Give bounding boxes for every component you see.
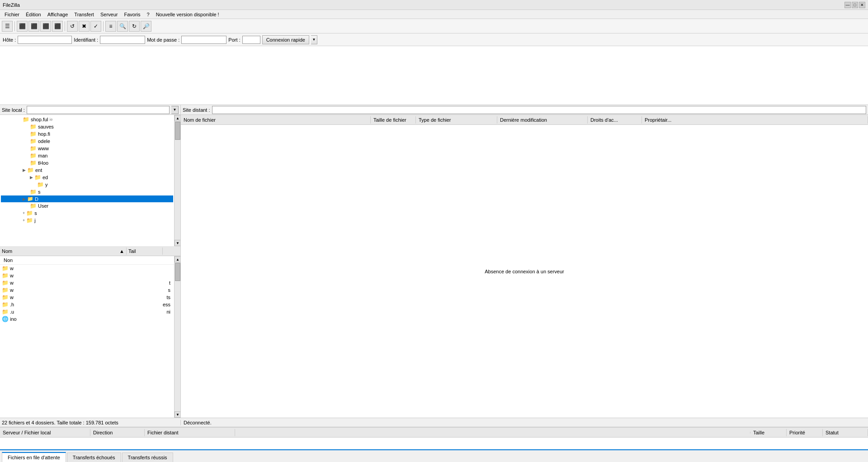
list-item[interactable]: 📁 w (0, 272, 174, 279)
tree-item[interactable]: + 📁 j (1, 217, 173, 224)
menu-fichier[interactable]: Fichier (2, 11, 22, 18)
toolbar-btn-9[interactable]: ≡ (105, 21, 116, 32)
tree-item[interactable]: ▶ 📁 ent (1, 167, 173, 174)
folder-icon: 📁 (30, 145, 37, 152)
remote-name-col-header[interactable]: Nom de fichier (181, 116, 371, 124)
list-item[interactable]: 📁 w ts (0, 294, 174, 301)
list-item[interactable]: 📁 .h ess (0, 301, 174, 308)
tree-item[interactable]: ▶ 📁 ed (1, 174, 173, 181)
expand-icon[interactable]: ▶ (23, 197, 26, 201)
remote-modified-col-header[interactable]: Dernière modification (497, 116, 588, 124)
list-item[interactable]: 📁 w t (0, 279, 174, 286)
scroll-down[interactable]: ▼ (175, 411, 180, 418)
remote-type-col-header[interactable]: Type de fichier (416, 116, 497, 124)
toolbar-btn-7[interactable]: ✖ (79, 21, 90, 32)
pass-label: Mot de passe : (147, 37, 179, 43)
menu-serveur[interactable]: Serveur (98, 11, 121, 18)
files-header: Nom ▲ Tail (0, 246, 180, 256)
menu-edition[interactable]: Édition (23, 11, 44, 18)
scroll-thumb[interactable] (175, 122, 180, 140)
toolbar-btn-12[interactable]: 🔎 (141, 21, 151, 32)
remote-rights-col-header[interactable]: Droits d'ac... (588, 116, 642, 124)
remote-files-header: Nom de fichier Taille de fichier Type de… (181, 115, 868, 125)
host-label: Hôte : (3, 37, 16, 43)
list-item[interactable]: 📁 w s (0, 286, 174, 294)
name-column-header[interactable]: Nom ▲ (0, 248, 127, 255)
scroll-track[interactable] (175, 262, 180, 411)
tree-item[interactable]: 📁 www (1, 145, 173, 152)
tree-item[interactable]: ▶ 📁 D (1, 195, 173, 202)
password-input[interactable] (181, 36, 226, 44)
local-site-input[interactable] (27, 106, 170, 114)
expand-icon[interactable]: + (23, 218, 25, 223)
list-item[interactable]: 🌐 ino (0, 315, 174, 323)
expand-icon[interactable]: + (23, 211, 25, 215)
scroll-thumb[interactable] (175, 263, 180, 281)
remote-site-input[interactable] (212, 106, 866, 114)
tree-item[interactable]: 📁 y (1, 181, 173, 188)
toolbar-btn-4[interactable]: ⬛ (40, 21, 51, 32)
file-icon: 🌐 (2, 316, 9, 322)
scroll-down[interactable]: ▼ (175, 240, 180, 246)
tree-vscroll[interactable]: ▲ ▼ (174, 115, 180, 246)
menu-help[interactable]: ? (144, 11, 152, 18)
tree-item[interactable]: 📁 odele (1, 138, 173, 145)
local-site-bar: Site local : ▼ (0, 105, 180, 115)
expand-icon[interactable]: ▶ (30, 175, 33, 180)
app-title: FileZilla (3, 2, 20, 8)
queue-server-col: Serveur / Fichier local (0, 429, 90, 436)
tree-item[interactable]: 📁 man (1, 152, 173, 159)
tab-queue[interactable]: Fichiers en file d'attente (2, 452, 66, 462)
queue-spacer (235, 432, 750, 433)
host-input[interactable] (18, 36, 72, 44)
minimize-button[interactable]: — (844, 2, 851, 8)
tree-item[interactable]: 📁 s (1, 188, 173, 195)
toolbar-sep-3 (103, 21, 104, 31)
remote-size-col-header[interactable]: Taille de fichier (371, 116, 416, 124)
list-item[interactable]: 📁 w (0, 265, 174, 272)
tab-failed[interactable]: Transferts échoués (67, 452, 121, 462)
toolbar-btn-6[interactable]: ↺ (67, 21, 78, 32)
toolbar-btn-10[interactable]: 🔍 (117, 21, 128, 32)
tree-item[interactable]: 📁 tHoo (1, 159, 173, 167)
queue-header: Serveur / Fichier local Direction Fichie… (0, 428, 868, 438)
remote-status: Déconnecté. (181, 420, 868, 425)
size-column-header[interactable]: Tail (127, 248, 163, 255)
menu-favoris[interactable]: Favoris (121, 11, 143, 18)
maximize-button[interactable]: □ (852, 2, 858, 8)
menu-transfert[interactable]: Transfert (71, 11, 97, 18)
scroll-up[interactable]: ▲ (175, 115, 180, 121)
tree-item[interactable]: 📁 User (1, 202, 173, 210)
toolbar-btn-2[interactable]: ⬛ (17, 21, 28, 32)
tree-item[interactable]: 📁 hop.fi (1, 130, 173, 138)
close-button[interactable]: ✕ (859, 2, 865, 8)
quickconnect-button[interactable]: Connexion rapide (262, 35, 309, 44)
menu-update[interactable]: Nouvelle version disponible ! (153, 11, 222, 18)
local-status: 22 fichiers et 4 dossiers. Taille totale… (0, 420, 181, 425)
username-input[interactable] (100, 36, 145, 44)
tab-success[interactable]: Transferts réussis (122, 452, 173, 462)
local-site-dropdown[interactable]: ▼ (171, 106, 179, 114)
folder-icon: 📁 (2, 265, 9, 271)
toolbar-btn-8[interactable]: ✓ (90, 21, 101, 32)
toolbar-btn-5[interactable]: ⬛ (52, 21, 63, 32)
port-input[interactable] (242, 36, 260, 44)
list-item[interactable]: 📁 .u ni (0, 308, 174, 315)
remote-owner-col-header[interactable]: Propriétair... (642, 116, 868, 124)
files-vscroll[interactable]: ▲ ▼ (174, 256, 180, 418)
toolbar-btn-3[interactable]: ⬛ (28, 21, 39, 32)
tree-item[interactable]: + 📁 s (1, 210, 173, 217)
scroll-up[interactable]: ▲ (175, 256, 180, 262)
tree-item[interactable]: 📁 shop.ful ie (1, 116, 173, 123)
scroll-track[interactable] (175, 121, 180, 240)
toolbar-btn-1[interactable]: ☰ (2, 21, 13, 32)
tree-item[interactable]: 📁 sauves (1, 123, 173, 130)
quickconnect-dropdown[interactable]: ▼ (311, 35, 317, 44)
user-label: Identifiant : (74, 37, 98, 43)
folder-icon: 📁 (30, 203, 37, 209)
local-files: Non 📁 w 📁 w 📁 (0, 256, 180, 418)
port-label: Port : (228, 37, 240, 43)
menu-affichage[interactable]: Affichage (45, 11, 71, 18)
toolbar-btn-11[interactable]: ↻ (129, 21, 140, 32)
expand-icon[interactable]: ▶ (23, 168, 26, 172)
